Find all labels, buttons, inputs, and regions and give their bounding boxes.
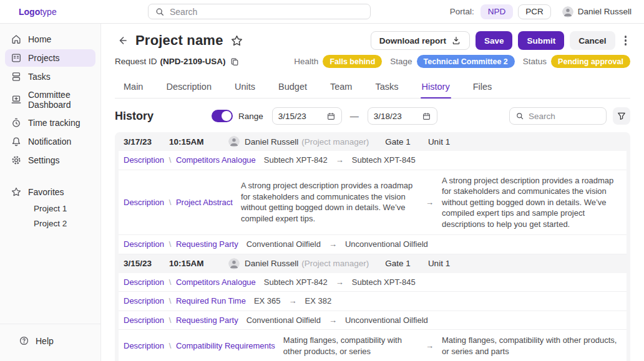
change-field-link[interactable]: Competitors Analogue — [176, 277, 256, 287]
history-search-input[interactable] — [529, 112, 600, 121]
sidebar-item-projects[interactable]: Projects — [5, 49, 95, 67]
help-label: Help — [36, 336, 54, 346]
download-report-button[interactable]: Download report — [371, 31, 470, 50]
change-field-link[interactable]: Required Run Time — [176, 296, 246, 306]
change-field-path: Description \ Project Abstract — [124, 197, 233, 208]
home-icon — [11, 34, 22, 45]
change-field-link[interactable]: Project Abstract — [176, 198, 233, 207]
new-value: Subtech XPT-845 — [352, 277, 416, 288]
change-section-link[interactable]: Description — [124, 296, 164, 306]
back-icon[interactable] — [115, 33, 130, 48]
topbar-right: Portal: NPD PCR Daniel Russell — [450, 4, 644, 19]
sidebar-item-notification[interactable]: Notification — [5, 133, 95, 150]
sidebar-item-time-tracking[interactable]: Time tracking — [5, 114, 95, 132]
tab-files[interactable]: Files — [472, 78, 494, 98]
kebab-menu-icon[interactable] — [621, 33, 631, 48]
portal-npd-button[interactable]: NPD — [481, 4, 514, 19]
tab-budget[interactable]: Budget — [277, 78, 308, 98]
field-separator: \ — [169, 341, 172, 350]
global-search-input[interactable] — [170, 7, 364, 17]
main-content: Project name Download report Save Submit… — [101, 24, 644, 361]
avatar — [228, 136, 240, 147]
change-section-link[interactable]: Description — [124, 155, 164, 165]
change-row: Description \ Competitors Analogue Subte… — [119, 273, 627, 292]
change-field-link[interactable]: Requesting Party — [176, 315, 238, 325]
help-button[interactable]: Help — [0, 335, 100, 346]
sidebar-item-home[interactable]: Home — [5, 31, 95, 48]
date-to-value: 3/18/23 — [374, 112, 402, 121]
change-section-link[interactable]: Description — [124, 239, 164, 249]
change-field-link[interactable]: Competitors Analogue — [176, 155, 256, 165]
arrow-right-icon: → — [336, 155, 344, 166]
tab-tasks[interactable]: Tasks — [374, 78, 399, 98]
request-id-label: Request ID — [115, 57, 157, 66]
stage-label: Stage — [390, 57, 412, 66]
old-value: Mating flanges, compatibility with other… — [283, 334, 417, 358]
tab-bar: Main Description Units Budget Team Tasks… — [115, 78, 630, 99]
change-row: Description \ Competitors Analogue Subte… — [119, 151, 627, 170]
favorite-star-icon[interactable] — [230, 34, 243, 47]
copy-icon[interactable] — [230, 57, 240, 67]
sidebar-item-label: Home — [28, 34, 51, 44]
tab-description[interactable]: Description — [165, 78, 213, 98]
change-section-link[interactable]: Description — [124, 198, 164, 207]
status-group: Status Pending approval — [523, 55, 630, 68]
sidebar: Home Projects Tasks Committee Dashboard … — [0, 24, 101, 361]
logo[interactable]: Logotype — [0, 7, 103, 17]
sidebar-favorites[interactable]: Favorites — [5, 183, 95, 201]
search-icon — [515, 112, 524, 120]
entry-gate: Gate 1 — [385, 259, 411, 268]
date-from-input[interactable]: 3/15/23 — [272, 107, 342, 125]
cancel-button[interactable]: Cancel — [570, 31, 615, 50]
stage-badge: Technical Committee 2 — [417, 55, 515, 68]
tab-main[interactable]: Main — [122, 78, 144, 98]
user-avatar — [562, 6, 573, 17]
portal-label: Portal: — [450, 7, 474, 16]
tab-history[interactable]: History — [421, 78, 451, 98]
change-field-link[interactable]: Requesting Party — [176, 239, 238, 249]
change-section-link[interactable]: Description — [124, 277, 164, 287]
filter-button[interactable] — [613, 107, 630, 125]
change-field-link[interactable]: Compatibility Requirements — [176, 341, 275, 350]
change-field-path: Description \ Requesting Party — [124, 315, 238, 326]
sidebar-item-label: Settings — [28, 155, 60, 165]
tab-units[interactable]: Units — [233, 78, 256, 98]
entry-user-name: Daniel Russell — [245, 137, 298, 147]
old-value: Conventional Oilfield — [246, 239, 321, 250]
history-entry: 3/15/23 10:15AM Daniel Russell (Project … — [115, 254, 630, 361]
user-menu[interactable]: Daniel Russell — [562, 6, 632, 17]
sidebar-item-settings[interactable]: Settings — [5, 152, 95, 169]
change-field-path: Description \ Competitors Analogue — [124, 277, 256, 288]
sidebar-favorite-project-1[interactable]: Project 1 — [5, 201, 95, 216]
avatar — [228, 258, 240, 269]
status-label: Status — [523, 57, 547, 66]
date-to-input[interactable]: 3/18/23 — [368, 107, 437, 125]
field-separator: \ — [169, 296, 172, 306]
change-section-link[interactable]: Description — [124, 341, 164, 350]
submit-button[interactable]: Submit — [518, 31, 564, 50]
save-button[interactable]: Save — [476, 31, 513, 50]
entry-date: 3/17/23 — [124, 137, 169, 147]
date-range-dash: — — [350, 111, 359, 121]
request-id-value: (NPD-2109-USA) — [160, 57, 226, 66]
help-icon — [19, 335, 29, 346]
old-value: Conventional Oilfield — [246, 315, 321, 326]
sidebar-item-label: Time tracking — [28, 118, 80, 128]
history-title: History — [115, 110, 154, 123]
portal-pcr-button[interactable]: PCR — [518, 4, 551, 19]
tab-team[interactable]: Team — [329, 78, 353, 98]
sidebar-item-committee-dashboard[interactable]: Committee Dashboard — [5, 87, 95, 113]
sidebar-item-tasks[interactable]: Tasks — [5, 68, 95, 85]
sidebar-favorite-project-2[interactable]: Project 2 — [5, 216, 95, 231]
arrow-right-icon: → — [426, 340, 434, 352]
field-separator: \ — [169, 239, 172, 249]
favorites-label: Favorites — [28, 187, 64, 197]
global-search[interactable] — [148, 4, 371, 19]
search-icon — [155, 7, 165, 17]
range-toggle[interactable] — [212, 110, 233, 122]
history-search[interactable] — [509, 107, 607, 125]
change-section-link[interactable]: Description — [124, 315, 164, 325]
calendar-icon[interactable] — [422, 112, 431, 121]
arrow-right-icon: → — [329, 315, 337, 326]
calendar-icon[interactable] — [326, 112, 336, 121]
